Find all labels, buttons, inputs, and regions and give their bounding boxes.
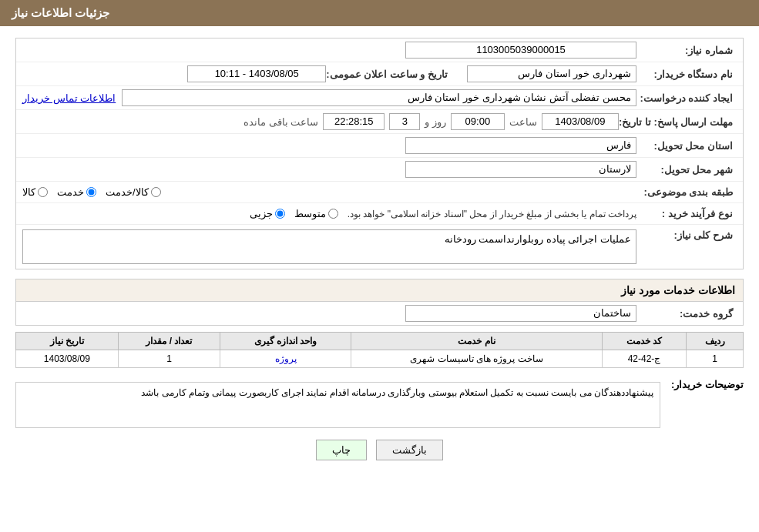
need-number-value: 1103005039000015 [405,42,636,59]
reply-days-label: روز و [425,116,446,128]
page-container: جزئیات اطلاعات نیاز شماره نیاز: 11030050… [0,0,759,532]
buyer-notes-section: توضیحات خریدار: پیشنهاددهندگان می بایست … [15,376,744,428]
page-header: جزئیات اطلاعات نیاز [0,0,759,26]
reply-deadline-label: مهلت ارسال پاسخ: تا تاریخ: [619,116,737,128]
category-kala[interactable]: کالا [22,186,48,198]
purchase-radio-motavaset[interactable] [328,209,338,219]
announce-date-value: 1403/08/05 - 10:11 [187,65,326,82]
creator-name: محسن تفضلی آتش نشان شهرداری خور استان فا… [122,89,636,106]
category-radio-kala-khedmat[interactable] [151,187,161,197]
reply-datetime: 1403/08/09 ساعت 09:00 روز و 3 22:28:15 س… [22,113,619,130]
purchase-motavaset-label: متوسط [294,208,326,219]
category-kala-khedmat-label: کالا/خدمت [106,186,149,198]
category-kala-khedmat[interactable]: کالا/خدمت [106,186,161,198]
purchase-type-note: پرداخت تمام یا بخشی از مبلغ خریدار از مح… [348,209,636,219]
purchase-jozee[interactable]: جزیی [250,208,285,219]
category-radio-kala[interactable] [38,187,48,197]
purchase-type-label: نوع فرآیند خرید : [636,208,737,219]
category-radio-group: کالا/خدمت خدمت کالا [22,186,636,198]
creator-label: ایجاد کننده درخواست: [636,92,737,104]
reply-remaining: 22:28:15 [323,113,385,130]
col-service-code: کد خدمت [602,333,686,350]
category-kala-label: کالا [22,186,35,198]
purchase-jozee-label: جزیی [250,208,273,219]
need-number-label: شماره نیاز: [636,45,737,56]
province-row: استان محل تحویل: فارس [16,134,743,158]
cell-service_code: ج-42-42 [602,350,686,368]
col-unit: واحد اندازه گیری [220,333,351,350]
purchase-radio-jozee[interactable] [275,209,285,219]
col-quantity: تعداد / مقدار [118,333,220,350]
city-row: شهر محل تحویل: لارستان [16,158,743,182]
need-description-label: شرح کلی نیاز: [636,229,737,241]
services-info-title: اطلاعات خدمات مورد نیاز [15,279,744,302]
buyer-notes-label: توضیحات خریدار: [667,376,744,390]
purchase-type-row: نوع فرآیند خرید : پرداخت تمام یا بخشی از… [16,203,743,225]
buyer-announce-row: نام دستگاه خریدار: شهرداری خور استان فار… [16,62,743,86]
contact-link[interactable]: اطلاعات تماس خریدار [22,92,116,104]
cell-row: 1 [687,350,744,368]
col-row: ردیف [687,333,744,350]
cell-quantity: 1 [118,350,220,368]
reply-days: 3 [389,113,420,130]
category-row: طبقه بندی موضوعی: کالا/خدمت خدمت کالا [16,182,743,203]
purchase-motavaset[interactable]: متوسط [294,208,338,219]
announce-date-label: تاریخ و ساعت اعلان عمومی: [326,69,452,80]
category-label: طبقه بندی موضوعی: [636,186,737,198]
main-content: شماره نیاز: 1103005039000015 نام دستگاه … [0,26,759,483]
back-button[interactable]: بازگشت [376,440,443,460]
service-group-row: گروه خدمت: ساختمان [15,302,744,326]
category-radio-khedmat[interactable] [86,187,96,197]
table-row: 1ج-42-42ساخت پروژه های تاسیسات شهریپروژه… [16,350,744,368]
reply-date: 1403/08/09 [542,113,619,130]
need-number-row: شماره نیاز: 1103005039000015 [16,38,743,62]
main-form: شماره نیاز: 1103005039000015 نام دستگاه … [15,38,744,269]
creator-multi: محسن تفضلی آتش نشان شهرداری خور استان فا… [22,89,636,106]
cell-service_name: ساخت پروژه های تاسیسات شهری [351,350,603,368]
creator-row: ایجاد کننده درخواست: محسن تفضلی آتش نشان… [16,86,743,110]
col-need-date: تاریخ نیاز [16,333,119,350]
col-service-name: نام خدمت [351,333,603,350]
province-value: فارس [405,137,636,154]
button-row: بازگشت چاپ [15,440,744,472]
category-khedmat[interactable]: خدمت [57,186,96,198]
reply-remaining-label: ساعت باقی مانده [243,116,318,128]
reply-time-label: ساعت [509,116,537,128]
purchase-type-group: پرداخت تمام یا بخشی از مبلغ خریدار از مح… [22,208,636,219]
services-table: ردیف کد خدمت نام خدمت واحد اندازه گیری ت… [15,332,744,368]
reply-time: 09:00 [451,113,505,130]
city-label: شهر محل تحویل: [636,164,737,176]
service-group-label: گروه خدمت: [636,308,737,320]
cell-need_date: 1403/08/09 [16,350,119,368]
print-button[interactable]: چاپ [316,440,367,460]
need-description-row: شرح کلی نیاز: عملیات اجرائی پیاده روبلوا… [16,225,743,269]
reply-deadline-row: مهلت ارسال پاسخ: تا تاریخ: 1403/08/09 سا… [16,110,743,134]
need-description-value: عملیات اجرائی پیاده روبلوارنداسمت رودخان… [22,229,636,264]
buyer-notes-value: پیشنهاددهندگان می بایست نسبت به تکمیل اس… [15,382,660,428]
province-label: استان محل تحویل: [636,140,737,152]
category-khedmat-label: خدمت [57,186,84,198]
buyer-value: شهرداری خور استان فارس [467,65,636,82]
page-title: جزئیات اطلاعات نیاز [12,6,109,19]
cell-unit: پروژه [220,350,351,368]
city-value: لارستان [405,161,636,178]
services-section: اطلاعات خدمات مورد نیاز گروه خدمت: ساختم… [15,279,744,428]
service-group-value: ساختمان [405,305,636,322]
buyer-label: نام دستگاه خریدار: [636,69,737,80]
